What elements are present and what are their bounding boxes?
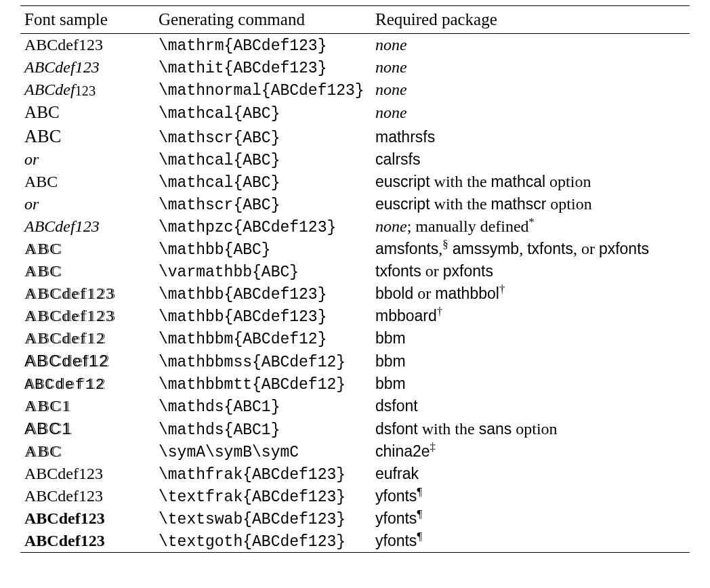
package-text: or bbox=[421, 262, 443, 280]
required-package: mbboard† bbox=[371, 305, 690, 327]
package-text: ; manually defined bbox=[407, 217, 529, 235]
package-name: euscript bbox=[375, 195, 430, 213]
font-sample: ABC1 bbox=[20, 417, 154, 440]
or-label: or bbox=[20, 148, 154, 171]
package-name: eufrak bbox=[375, 465, 419, 482]
generating-command: \mathbbmtt{ABCdef12} bbox=[154, 373, 371, 395]
command-text: \mathbbmtt{ABCdef12} bbox=[159, 376, 346, 394]
table-row: ABC\mathcal{ABC}euscript with the mathca… bbox=[20, 171, 690, 193]
font-sample: ABCdef12 bbox=[20, 350, 154, 373]
command-text: \mathscr{ABC} bbox=[159, 196, 280, 214]
font-sample-text: ABC1 bbox=[24, 419, 72, 438]
package-name: china2e bbox=[375, 442, 430, 460]
font-sample: ABC bbox=[20, 101, 154, 124]
generating-command: \textswab{ABCdef123} bbox=[154, 507, 371, 530]
required-package: bbold or mathbbol† bbox=[371, 282, 690, 305]
table-row: ABCdef12\mathbbmtt{ABCdef12}bbm bbox=[20, 373, 690, 395]
command-text: \mathfrak{ABCdef123} bbox=[159, 466, 346, 484]
generating-command: \mathpzc{ABCdef123} bbox=[154, 215, 371, 238]
command-text: \symA\symB\symC bbox=[159, 444, 299, 461]
package-text: with the bbox=[418, 420, 479, 438]
command-text: \mathcal{ABC} bbox=[159, 152, 280, 169]
required-package: euscript with the mathcal option bbox=[371, 171, 690, 193]
font-sample: ABC bbox=[20, 171, 154, 193]
font-sample: ABCdef123 bbox=[20, 56, 154, 79]
required-package: china2e‡ bbox=[371, 440, 690, 463]
package-name: sans bbox=[479, 420, 512, 438]
generating-command: \mathscr{ABC} bbox=[154, 193, 371, 215]
package-name: dsfont bbox=[375, 397, 418, 415]
command-text: \mathcal{ABC} bbox=[159, 105, 280, 123]
command-text: \mathrm{ABCdef123} bbox=[159, 37, 327, 55]
table-row: ABCdef12\mathbbmss{ABCdef12}bbm bbox=[20, 350, 690, 373]
table-row: ABC\symA\symB\symCchina2e‡ bbox=[20, 440, 690, 463]
font-sample-text: ABCdef123 bbox=[24, 36, 103, 54]
table-row: or\mathcal{ABC}calrsfs bbox=[20, 148, 690, 171]
required-package: mathrsfs bbox=[371, 124, 690, 148]
package-name: amsfonts bbox=[375, 240, 438, 257]
required-package: dsfont bbox=[371, 395, 690, 417]
font-sample: ABC bbox=[20, 238, 154, 260]
table-row: ABC\mathscr{ABC}mathrsfs bbox=[20, 124, 690, 148]
font-sample-text: ABC bbox=[24, 126, 61, 147]
generating-command: \mathds{ABC1} bbox=[154, 395, 371, 417]
table-row: ABC\mathcal{ABC}none bbox=[20, 101, 690, 124]
generating-command: \mathnormal{ABCdef123} bbox=[154, 79, 371, 101]
footnote-mark: ‡ bbox=[430, 440, 436, 453]
required-package: none bbox=[371, 56, 690, 79]
package-text: option bbox=[546, 195, 591, 213]
command-text: \textswab{ABCdef123} bbox=[159, 511, 346, 528]
generating-command: \textfrak{ABCdef123} bbox=[154, 485, 371, 507]
package-name: bbm bbox=[375, 329, 406, 347]
required-package: eufrak bbox=[371, 463, 690, 485]
font-sample-text: ABC1 bbox=[24, 397, 71, 415]
table-row: ABCdef123\mathbb{ABCdef123}bbold or math… bbox=[20, 282, 690, 305]
font-sample: ABCdef123 bbox=[20, 305, 154, 327]
table-row: ABCdef123\mathit{ABCdef123}none bbox=[20, 56, 690, 79]
generating-command: \mathbb{ABC} bbox=[154, 238, 371, 260]
generating-command: \mathbb{ABCdef123} bbox=[154, 282, 371, 305]
font-sample: ABC bbox=[20, 440, 154, 463]
package-text: option bbox=[545, 173, 591, 190]
package-text: option bbox=[511, 420, 557, 438]
table-row: ABCdef123\mathfrak{ABCdef123}eufrak bbox=[20, 463, 690, 485]
package-none: none bbox=[375, 36, 407, 54]
package-name: mbboard bbox=[375, 307, 437, 324]
package-name: mathbbol bbox=[435, 285, 499, 302]
generating-command: \mathcal{ABC} bbox=[154, 148, 371, 171]
command-text: \mathnormal{ABCdef123} bbox=[159, 82, 364, 100]
font-sample: ABCdef123 bbox=[20, 530, 154, 552]
package-name: bbm bbox=[375, 352, 406, 370]
generating-command: \mathscr{ABC} bbox=[154, 124, 371, 148]
font-sample: ABCdef123 bbox=[20, 282, 154, 305]
required-package: yfonts¶ bbox=[371, 507, 690, 530]
font-sample-text: ABC bbox=[24, 262, 62, 280]
table-row: ABC\varmathbb{ABC}txfonts or pxfonts bbox=[20, 260, 690, 282]
required-package: bbm bbox=[371, 327, 690, 350]
font-sample-text: ABCdef12 bbox=[24, 352, 109, 371]
required-package: yfonts¶ bbox=[371, 530, 690, 552]
footnote-mark: § bbox=[442, 238, 448, 251]
package-none: none bbox=[375, 81, 407, 98]
font-sample: ABCdef123 bbox=[20, 79, 154, 101]
font-sample-text: ABC bbox=[24, 442, 62, 461]
generating-command: \textgoth{ABCdef123} bbox=[154, 530, 371, 552]
command-text: \mathscr{ABC} bbox=[159, 129, 280, 147]
footnote-mark: ¶ bbox=[417, 485, 422, 498]
table-row: ABCdef123\textswab{ABCdef123}yfonts¶ bbox=[20, 507, 690, 530]
package-text: or bbox=[413, 285, 435, 302]
font-sample: ABC1 bbox=[20, 395, 154, 417]
command-text: \mathbb{ABC} bbox=[159, 241, 271, 259]
package-name: yfonts bbox=[375, 509, 417, 527]
generating-command: \mathbbm{ABCdef12} bbox=[154, 327, 371, 350]
font-sample-text: ABCdef123 bbox=[24, 217, 100, 236]
table-row: or\mathscr{ABC}euscript with the mathscr… bbox=[20, 193, 690, 215]
package-none: none bbox=[375, 58, 407, 76]
required-package: amsfonts,§ amssymb, txfonts, or pxfonts bbox=[371, 238, 690, 260]
required-package: calrsfs bbox=[371, 148, 690, 171]
table-row: ABCdef123\textgoth{ABCdef123}yfonts¶ bbox=[20, 530, 690, 552]
font-sample: ABCdef123 bbox=[20, 507, 154, 530]
table-row: ABC\mathbb{ABC}amsfonts,§ amssymb, txfon… bbox=[20, 238, 690, 260]
table-row: ABC1\mathds{ABC1}dsfont with the sans op… bbox=[20, 417, 690, 440]
command-text: \mathds{ABC1} bbox=[159, 398, 280, 416]
